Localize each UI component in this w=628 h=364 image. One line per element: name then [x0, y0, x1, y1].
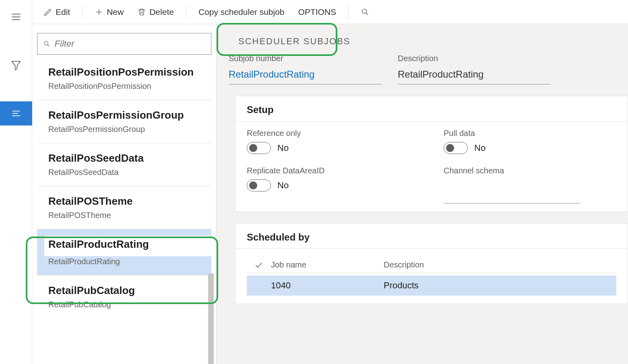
list-item[interactable]: RetailPositionPosPermission RetailPositi… [37, 57, 211, 100]
search-button[interactable] [357, 6, 373, 18]
setup-title: Setup [247, 104, 616, 115]
list-item-sub: RetailPositionPosPermission [48, 82, 205, 91]
list-item-title: RetailPosSeedData [48, 152, 205, 165]
new-button[interactable]: New [91, 6, 127, 19]
list-item-sub: RetailProductRating [48, 257, 205, 266]
toolbar-separator [186, 6, 186, 19]
field-label: Pull data [444, 129, 616, 138]
list-item-sub: RetailPosSeedData [48, 168, 205, 177]
cell-description: Products [384, 280, 616, 291]
filter-box[interactable] [37, 33, 211, 55]
field-label: Reference only [247, 129, 419, 138]
subjob-number-value[interactable]: RetailProductRating [229, 66, 382, 84]
scheduled-by-title: Scheduled by [247, 232, 616, 243]
action-toolbar: Edit New Delete Copy scheduler subjob OP… [32, 0, 628, 24]
divider [236, 121, 628, 121]
plus-icon [95, 8, 103, 16]
list-item[interactable]: RetailPubCatalog RetailPubCatalog [37, 276, 211, 318]
toggle-value: No [277, 143, 289, 153]
list-item-title: RetailPositionPosPermission [48, 66, 205, 78]
list-nav-button[interactable] [0, 101, 32, 125]
copy-subjob-button[interactable]: Copy scheduler subjob [195, 6, 288, 19]
check-icon [254, 261, 263, 269]
hamburger-icon [10, 11, 22, 23]
detail-panel: SCHEDULER SUBJOBS Subjob number RetailPr… [217, 24, 628, 364]
cell-job-name: 1040 [271, 280, 384, 291]
field-label: Subjob number [229, 54, 382, 63]
filter-nav-button[interactable] [0, 53, 32, 77]
replicate-field: Replicate DataAreaID No [247, 166, 419, 204]
scrollbar-thumb[interactable] [208, 274, 214, 364]
filter-input[interactable] [55, 39, 205, 49]
search-icon [361, 8, 370, 16]
table-row[interactable]: 1040 Products [247, 276, 616, 296]
edit-button[interactable]: Edit [40, 6, 73, 19]
setup-card: Setup Reference only No Pull data [235, 96, 628, 212]
select-all-checkbox[interactable] [247, 261, 271, 269]
nav-rail [0, 0, 32, 364]
list-item[interactable]: RetailPosPermissionGroup RetailPosPermis… [37, 100, 211, 143]
list-item[interactable]: RetailPOSTheme RetailPOSTheme [37, 186, 211, 229]
svg-line-14 [48, 45, 49, 46]
edit-label: Edit [56, 7, 70, 17]
delete-button[interactable]: Delete [134, 6, 177, 19]
replicate-toggle[interactable] [247, 179, 271, 191]
list-item-sub: RetailPubCatalog [48, 300, 205, 309]
field-label: Channel schema [444, 166, 616, 175]
svg-marker-3 [12, 62, 20, 70]
new-label: New [107, 7, 124, 17]
col-description[interactable]: Description [384, 260, 616, 269]
toolbar-separator [348, 6, 349, 19]
list-item-sub: RetailPosPermissionGroup [48, 125, 205, 134]
toggle-value: No [474, 143, 485, 153]
subjob-list-panel: RetailPositionPosPermission RetailPositi… [32, 24, 217, 364]
field-label: Replicate DataAreaID [247, 166, 419, 175]
list-item-title: RetailProductRating [48, 238, 205, 251]
list-item[interactable]: RetailPosSeedData RetailPosSeedData [37, 143, 211, 186]
table-header: Job name Description [247, 257, 616, 273]
description-field: Description RetailProductRating [398, 54, 551, 84]
svg-point-11 [362, 9, 367, 13]
funnel-icon [10, 60, 22, 71]
options-button[interactable]: OPTIONS [295, 6, 340, 19]
reference-only-field: Reference only No [247, 129, 419, 154]
scheduled-by-table: Job name Description 1040 Products [247, 257, 616, 296]
delete-label: Delete [149, 7, 174, 17]
channel-schema-field: Channel schema [444, 166, 616, 204]
trash-icon [137, 8, 146, 16]
description-value[interactable]: RetailProductRating [398, 66, 551, 84]
list-lines-icon [10, 108, 22, 119]
copy-subjob-label: Copy scheduler subjob [198, 7, 285, 17]
divider [236, 249, 628, 249]
svg-line-12 [366, 13, 368, 15]
hamburger-button[interactable] [0, 5, 32, 29]
search-icon [43, 40, 51, 48]
page-heading: SCHEDULER SUBJOBS [217, 36, 628, 47]
subjob-number-field: Subjob number RetailProductRating [229, 54, 382, 84]
list-item-title: RetailPOSTheme [48, 195, 205, 208]
list-item-sub: RetailPOSTheme [48, 211, 205, 220]
svg-point-13 [44, 41, 48, 45]
toggle-value: No [277, 180, 289, 191]
toolbar-separator [82, 6, 83, 19]
subjob-list[interactable]: RetailPositionPosPermission RetailPositi… [37, 57, 211, 364]
channel-schema-input[interactable] [444, 187, 580, 204]
pencil-icon [43, 8, 52, 16]
col-job-name[interactable]: Job name [271, 260, 384, 269]
scheduled-by-card: Scheduled by Job name Description 1040 P… [235, 223, 628, 304]
list-item-selected[interactable]: RetailProductRating RetailProductRating [37, 229, 211, 276]
pull-data-toggle[interactable] [444, 142, 468, 154]
list-item-title: RetailPosPermissionGroup [48, 109, 205, 121]
reference-only-toggle[interactable] [247, 142, 271, 154]
field-label: Description [398, 54, 551, 63]
list-item-title: RetailPubCatalog [48, 284, 205, 297]
options-label: OPTIONS [298, 7, 337, 17]
pull-data-field: Pull data No [444, 129, 616, 154]
